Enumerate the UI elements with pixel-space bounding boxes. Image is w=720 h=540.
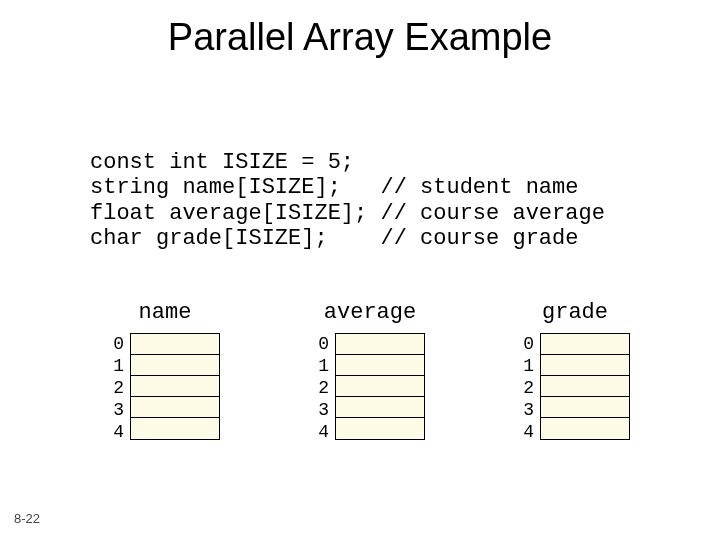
- array-body-average: 0 1 2 3 4: [315, 333, 425, 443]
- array-cell: [336, 397, 424, 418]
- array-cells: [540, 333, 630, 440]
- arrays-row: name 0 1 2 3 4 average: [90, 300, 650, 443]
- array-average: average 0 1 2 3 4: [295, 300, 445, 443]
- array-grade: grade 0 1 2 3 4: [500, 300, 650, 443]
- array-cell: [541, 397, 629, 418]
- array-body-name: 0 1 2 3 4: [110, 333, 220, 443]
- array-cell: [131, 418, 219, 439]
- array-header-name: name: [139, 300, 192, 325]
- index-label: 3: [315, 399, 329, 421]
- index-label: 1: [315, 355, 329, 377]
- array-header-grade: grade: [542, 300, 608, 325]
- page-title: Parallel Array Example: [0, 16, 720, 59]
- array-cells: [335, 333, 425, 440]
- index-label: 0: [315, 333, 329, 355]
- index-label: 1: [520, 355, 534, 377]
- array-name: name 0 1 2 3 4: [90, 300, 240, 443]
- index-label: 1: [110, 355, 124, 377]
- slide-number: 8-22: [14, 511, 40, 526]
- array-cell: [131, 376, 219, 397]
- index-label: 3: [110, 399, 124, 421]
- index-column: 0 1 2 3 4: [315, 333, 329, 443]
- index-label: 2: [315, 377, 329, 399]
- index-column: 0 1 2 3 4: [520, 333, 534, 443]
- index-label: 3: [520, 399, 534, 421]
- code-line-2: string name[ISIZE]; // student name: [90, 175, 578, 200]
- array-cell: [131, 334, 219, 355]
- index-label: 0: [520, 333, 534, 355]
- code-block: const int ISIZE = 5; string name[ISIZE];…: [90, 150, 605, 251]
- index-label: 2: [110, 377, 124, 399]
- code-line-1: const int ISIZE = 5;: [90, 150, 354, 175]
- array-header-average: average: [324, 300, 416, 325]
- index-label: 4: [315, 421, 329, 443]
- array-cell: [336, 418, 424, 439]
- index-label: 4: [520, 421, 534, 443]
- array-cells: [130, 333, 220, 440]
- array-cell: [541, 334, 629, 355]
- array-cell: [131, 355, 219, 376]
- slide: Parallel Array Example const int ISIZE =…: [0, 0, 720, 540]
- index-label: 0: [110, 333, 124, 355]
- array-cell: [336, 376, 424, 397]
- array-cell: [541, 376, 629, 397]
- code-line-3: float average[ISIZE]; // course average: [90, 201, 605, 226]
- array-cell: [336, 355, 424, 376]
- index-label: 4: [110, 421, 124, 443]
- array-cell: [131, 397, 219, 418]
- index-column: 0 1 2 3 4: [110, 333, 124, 443]
- array-cell: [541, 355, 629, 376]
- index-label: 2: [520, 377, 534, 399]
- code-line-4: char grade[ISIZE]; // course grade: [90, 226, 578, 251]
- array-cell: [336, 334, 424, 355]
- array-cell: [541, 418, 629, 439]
- array-body-grade: 0 1 2 3 4: [520, 333, 630, 443]
